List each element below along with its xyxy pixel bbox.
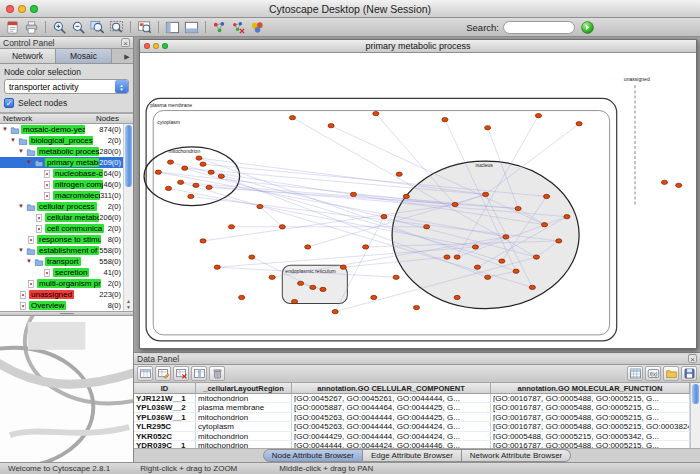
- open-session-icon[interactable]: [4, 19, 21, 35]
- zoom-out-icon[interactable]: [70, 19, 87, 35]
- table-cell: YLR295C: [134, 422, 196, 430]
- delete-attribute-icon[interactable]: [173, 366, 189, 381]
- select-nodes-checkbox-row[interactable]: Select nodes: [4, 98, 129, 108]
- tree-row[interactable]: macromolecule311(0): [0, 190, 123, 201]
- disclosure-triangle-icon[interactable]: ▼: [18, 201, 26, 212]
- tree-row-label: nitrogen compo: [53, 180, 103, 189]
- tree-row[interactable]: multi-organism pr2(0): [0, 278, 123, 289]
- tree-scrollbar-thumb[interactable]: [125, 125, 132, 187]
- control-panel-toggle-icon[interactable]: [164, 19, 181, 35]
- column-header[interactable]: annotation.GO MOLECULAR_FUNCTION: [491, 383, 690, 393]
- zoom-region-icon[interactable]: [136, 19, 153, 35]
- frame-close-button[interactable]: [144, 43, 150, 49]
- disclosure-triangle-icon[interactable]: ▼: [2, 124, 10, 135]
- frame-zoom-button[interactable]: [162, 43, 168, 49]
- tree-row[interactable]: cell communica2(0): [0, 223, 123, 234]
- disclosure-triangle-icon[interactable]: ▼: [10, 135, 18, 146]
- tree-row[interactable]: nitrogen compo46(0): [0, 179, 123, 190]
- table-scrollbar-thumb[interactable]: [692, 384, 699, 404]
- search-button[interactable]: [579, 19, 596, 35]
- tree-row-label: primary metabo: [45, 158, 99, 167]
- tree-page-icon: [42, 191, 52, 201]
- tree-row[interactable]: secretion41(0): [0, 267, 123, 278]
- svg-text:cytoplasm: cytoplasm: [157, 119, 180, 125]
- zoom-window-button[interactable]: [30, 5, 38, 13]
- zoom-selected-icon[interactable]: [89, 19, 106, 35]
- search-input[interactable]: [503, 21, 575, 34]
- function-icon[interactable]: f(x): [645, 366, 661, 381]
- table-row[interactable]: YKR052Cmitochondrion[GO:0044429, GO:0044…: [134, 432, 690, 441]
- zoom-in-icon[interactable]: [51, 19, 68, 35]
- import-attributes-icon[interactable]: [663, 366, 679, 381]
- table-cell: [GO:0016787, GO:0005488, GO:0005215, G..…: [491, 394, 690, 402]
- disclosure-triangle-icon[interactable]: ▼: [26, 256, 34, 267]
- tab-network-attribute-browser[interactable]: Network Attribute Browser: [462, 449, 571, 462]
- tree-column-network[interactable]: Network: [3, 114, 32, 123]
- tree-row[interactable]: ▼primary metabo209(0): [0, 157, 123, 168]
- vizmapper-icon[interactable]: [249, 19, 266, 35]
- tree-folder-icon: [26, 246, 36, 256]
- node-color-dropdown[interactable]: transporter activity ▴▾: [4, 79, 129, 94]
- tree-row[interactable]: cellular metabo206(0): [0, 212, 123, 223]
- new-network-icon[interactable]: [211, 19, 228, 35]
- tab-edge-attribute-browser[interactable]: Edge Attribute Browser: [363, 449, 462, 462]
- tab-mosaic[interactable]: Mosaic: [56, 49, 112, 63]
- data-panel-toggle-icon[interactable]: [183, 19, 200, 35]
- tree-row-count: 2(0): [108, 224, 121, 233]
- status-bar: Welcome to Cytoscape 2.8.1 Right-click +…: [0, 462, 700, 474]
- frame-minimize-button[interactable]: [153, 43, 159, 49]
- matrix-icon[interactable]: [627, 366, 643, 381]
- save-attributes-icon[interactable]: [681, 366, 697, 381]
- network-view-frame[interactable]: primary metabolic process plasma membran…: [139, 39, 697, 349]
- tree-row[interactable]: response to stimu8(0): [0, 234, 123, 245]
- data-panel-close-icon[interactable]: ×: [688, 354, 697, 363]
- select-nodes-checkbox[interactable]: [4, 98, 14, 108]
- tree-scrollbar-arrows[interactable]: ▲▼: [124, 298, 133, 311]
- disclosure-triangle-icon[interactable]: ▼: [26, 157, 34, 168]
- tree-row[interactable]: ▼mosaic-demo-yeast874(0): [0, 124, 123, 135]
- table-row[interactable]: YDR039C__1mitochondrion[GO:0044444, GO:0…: [134, 441, 690, 448]
- tab-overflow-arrow-icon[interactable]: ▶: [121, 49, 133, 63]
- disclosure-triangle-icon[interactable]: ▼: [18, 245, 26, 256]
- tree-row[interactable]: nucleobase-co64(0): [0, 168, 123, 179]
- tree-column-nodes[interactable]: Nodes: [96, 114, 119, 123]
- tree-row[interactable]: ▼establishment of l558(0): [0, 245, 123, 256]
- network-view-titlebar[interactable]: primary metabolic process: [140, 40, 696, 53]
- tree-row[interactable]: ▼biological_process2(0): [0, 135, 123, 146]
- tree-wrap: ▼mosaic-demo-yeast874(0)▼biological_proc…: [0, 124, 133, 311]
- column-header[interactable]: annotation.GO CELLULAR_COMPONENT: [292, 383, 491, 393]
- tree-row[interactable]: unassigned223(0): [0, 289, 123, 300]
- control-panel-close-icon[interactable]: ×: [121, 38, 130, 47]
- tab-node-attribute-browser[interactable]: Node Attribute Browser: [263, 449, 363, 462]
- birdseye-view[interactable]: [0, 316, 133, 462]
- new-column-icon[interactable]: [191, 366, 207, 381]
- network-canvas[interactable]: plasma membranecytoplasmmitochondrionnuc…: [140, 53, 696, 348]
- column-header[interactable]: _cellularLayoutRegion: [196, 383, 292, 393]
- tree-scrollbar[interactable]: ▲▼: [123, 124, 133, 311]
- tree-row[interactable]: ▼transport558(0): [0, 256, 123, 267]
- zoom-fit-icon[interactable]: [108, 19, 125, 35]
- tree-row-label: nucleobase-co: [53, 169, 103, 178]
- table-row[interactable]: YLR295Ccytoplasm[GO:0045263, GO:0044444,…: [134, 422, 690, 431]
- column-header[interactable]: ID: [134, 383, 196, 393]
- trash-icon[interactable]: [209, 366, 225, 381]
- data-panel-right-icons: f(x): [627, 366, 697, 381]
- close-window-button[interactable]: [6, 5, 14, 13]
- table-row[interactable]: YJR121W__1mitochondrion[GO:0045267, GO:0…: [134, 394, 690, 403]
- table-row[interactable]: YPL036W__2plasma membrane[GO:0005887, GO…: [134, 403, 690, 412]
- minimize-window-button[interactable]: [18, 5, 26, 13]
- table-row[interactable]: YPL036W__1mitochondrion[GO:0045263, GO:0…: [134, 413, 690, 422]
- window-titlebar[interactable]: Cytoscape Desktop (New Session): [0, 0, 700, 18]
- tree-row-count: 2(0): [108, 202, 121, 211]
- disclosure-triangle-icon[interactable]: ▼: [18, 146, 26, 157]
- select-attributes-icon[interactable]: [137, 366, 153, 381]
- tree-row[interactable]: Overview8(0): [0, 300, 123, 311]
- table-scrollbar[interactable]: [690, 383, 700, 448]
- create-attribute-icon[interactable]: [155, 366, 171, 381]
- status-welcome: Welcome to Cytoscape 2.8.1: [8, 464, 110, 473]
- tab-network[interactable]: Network: [0, 49, 56, 63]
- tree-row[interactable]: ▼cellular process2(0): [0, 201, 123, 212]
- destroy-network-icon[interactable]: [230, 19, 247, 35]
- tree-row[interactable]: ▼metabolic process280(0): [0, 146, 123, 157]
- print-icon[interactable]: [23, 19, 40, 35]
